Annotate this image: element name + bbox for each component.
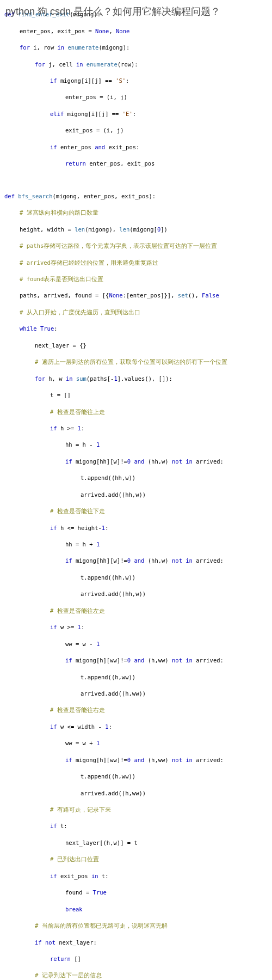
kw-and: and <box>134 557 144 564</box>
builtin: enumerate <box>68 44 99 51</box>
code-text: exit_pos = (i, j) <box>4 126 272 135</box>
code-text: (hh,w) <box>144 458 172 465</box>
code-text: j, cell <box>45 61 76 68</box>
code-text: t.append((hh,w)) <box>4 574 272 582</box>
args: (migong, enter_pos, exit_pos): <box>53 193 156 199</box>
code-text: t.append((hh,w)) <box>4 474 272 482</box>
code-text: found = <box>65 889 93 896</box>
builtin: len <box>119 226 129 233</box>
code-text: hh = h - <box>65 441 96 448</box>
kw-def: def <box>4 193 18 199</box>
code-text: migong[hh][w]!= <box>72 458 127 465</box>
kw-if: if <box>50 77 57 84</box>
code-text: migong[h][ww]!= <box>72 757 127 763</box>
number: 1 <box>96 441 100 448</box>
number: 1 <box>96 541 100 547</box>
code-text: [] <box>71 955 81 962</box>
code-text: (h,ww) <box>144 757 172 763</box>
code-text: h, w <box>45 375 66 382</box>
code-text: (migong), <box>85 226 119 233</box>
code-text: : <box>126 77 129 84</box>
comment: # found表示是否到达出口位置 <box>4 275 272 283</box>
kw-and: and <box>134 757 144 763</box>
kw-if: if <box>50 873 57 879</box>
kw-if: if <box>65 657 72 664</box>
string: 'E' <box>122 111 133 117</box>
code-text: , <box>109 28 116 34</box>
code-text: (row): <box>118 61 138 68</box>
code-text: w <= width - <box>57 723 106 730</box>
code-text: migong[i][j] == <box>57 77 115 84</box>
kw-if: if <box>35 939 42 946</box>
string: 'S' <box>115 77 126 84</box>
code-text: enter_pos, exit_pos = <box>20 28 95 34</box>
comment: # 检查是否能往右走 <box>4 706 272 714</box>
code-text: arrived.add((h,ww)) <box>4 690 272 698</box>
builtin: set <box>178 292 188 299</box>
comment: # paths存储可达路径，每个元素为字典，表示该层位置可达的下一层位置 <box>4 242 272 250</box>
kw-if: if <box>50 425 57 431</box>
code-text: ]) <box>160 226 168 233</box>
code-text: t.append((h,ww)) <box>4 772 272 781</box>
code-text: migong[h][ww]!= <box>72 657 127 664</box>
kw-if: if <box>65 757 72 763</box>
kw-if: if <box>50 144 57 150</box>
true-literal: True <box>93 889 107 896</box>
code-text: (migong): <box>98 44 129 51</box>
code-text: height, width = <box>20 226 75 233</box>
kw-in: in <box>76 61 83 68</box>
code-text: (hh,w) <box>144 557 172 564</box>
kw-in: in <box>58 44 65 51</box>
code-text: :[enter_pos]}], <box>123 292 178 299</box>
kw-in: in <box>91 873 98 879</box>
code-text: (paths[- <box>86 375 114 382</box>
comment: # arrived存储已经经过的位置，用来避免重复路过 <box>4 259 272 267</box>
comment: # 有路可走，记录下来 <box>4 806 272 814</box>
code-text: (), <box>188 292 202 299</box>
code-text: enter_pos <box>57 144 95 150</box>
code-text: exit_pos: <box>105 144 139 150</box>
number: 1 <box>96 740 100 746</box>
code-text: : <box>54 325 57 332</box>
kw-for: for <box>35 61 45 68</box>
kw-not: not <box>45 939 55 946</box>
kw-if: if <box>65 557 72 564</box>
code-text: : <box>81 425 84 431</box>
kw-if: if <box>50 723 57 730</box>
none-literal: None <box>116 28 129 34</box>
code-text: exit_pos <box>57 873 91 879</box>
code-text: arrived.add((h,ww)) <box>4 789 272 798</box>
kw-while: while <box>20 325 37 332</box>
kw-if: if <box>50 823 57 829</box>
comment: # 遍历上一层到达的所有位置，获取每个位置可以到达的所有下一个位置 <box>4 358 272 366</box>
kw-for: for <box>35 375 45 382</box>
kw-and: and <box>134 458 144 465</box>
kw-for: for <box>20 44 30 51</box>
article-title-overlay: python 狗 csdn 是什么？如何用它解决编程问题？ <box>5 4 267 19</box>
comment: # 迷宫纵向和横向的路口数量 <box>4 209 272 217</box>
code-text: hh = h + <box>65 541 96 547</box>
builtin: len <box>75 226 85 233</box>
code-text: w >= <box>57 624 78 630</box>
fn-name: bfs_search <box>18 193 52 199</box>
kw-elif: elif <box>50 111 64 117</box>
code-text: t.append((h,ww)) <box>4 673 272 681</box>
code-text: : <box>109 723 112 730</box>
builtin: sum <box>76 375 86 382</box>
code-text: ].values(), []): <box>118 375 172 382</box>
number: 1 <box>96 641 100 647</box>
code-text: i, row <box>30 44 58 51</box>
kw-and: and <box>134 657 144 664</box>
code-text: (h,ww) <box>144 657 172 664</box>
comment: # 当前层的所有位置都已无路可走，说明迷宫无解 <box>4 922 272 930</box>
kw-break: break <box>4 905 272 914</box>
kw-if: if <box>50 624 57 630</box>
code-block: def find_enter_exit(migong): enter_pos, … <box>0 0 272 980</box>
code-text: migong[i][j] == <box>64 111 122 117</box>
kw-if: if <box>65 458 72 465</box>
kw-not-in: not in <box>172 557 193 564</box>
code-text: t: <box>98 873 109 879</box>
code-text: migong[hh][w]!= <box>72 557 127 564</box>
kw-return: return <box>65 160 86 167</box>
code-text: t = [] <box>4 391 272 399</box>
